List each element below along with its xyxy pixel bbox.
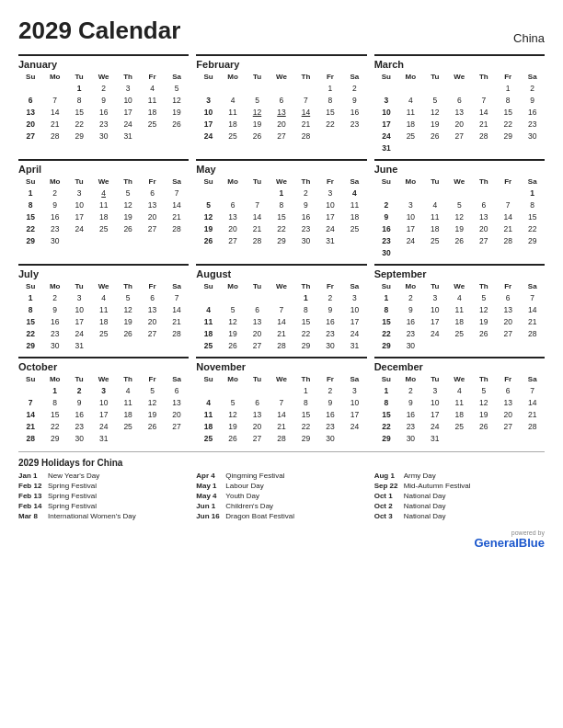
calendar-day: 27	[221, 234, 245, 246]
table-row: 31	[374, 142, 545, 154]
calendar-day: 20	[140, 210, 164, 222]
calendar-day: 3	[67, 291, 91, 303]
day-header: Mo	[221, 72, 245, 82]
day-header: Th	[472, 176, 496, 187]
calendar-day: 2	[67, 384, 91, 396]
calendar-day: 14	[472, 106, 496, 118]
calendar-day: 4	[447, 291, 471, 303]
day-header: Tu	[423, 374, 447, 384]
calendar-day: 17	[196, 118, 220, 130]
day-header: Mo	[398, 374, 422, 384]
calendar-day: 31	[67, 339, 91, 351]
calendar-day: 2	[398, 384, 422, 396]
holiday-item: May 4Youth Day	[196, 492, 366, 500]
calendar-day: 25	[447, 327, 471, 339]
calendar-day: 11	[91, 303, 115, 315]
holiday-date: Feb 12	[18, 482, 44, 490]
calendar-day: 22	[42, 420, 66, 432]
table-row: 2930	[18, 234, 189, 246]
holiday-item: Sep 22Mid-Autumn Festival	[374, 482, 545, 490]
calendar-day: 21	[270, 327, 293, 339]
calendar-day: 1	[270, 187, 293, 199]
calendar-day: 14	[245, 210, 269, 222]
calendar-day: 24	[67, 222, 91, 234]
calendar-day: 25	[91, 222, 115, 234]
month-block-february: FebruarySuMoTuWeThFrSa123456789101112131…	[196, 54, 366, 154]
calendar-day: 6	[447, 94, 471, 106]
calendar-day	[342, 130, 367, 142]
calendar-day: 15	[67, 106, 91, 118]
calendar-day: 12	[472, 396, 496, 408]
calendar-day: 25	[342, 222, 367, 234]
calendar-day: 26	[116, 222, 140, 234]
table-row: 2728293031	[18, 130, 189, 142]
table-row: 293031	[18, 339, 189, 351]
calendar-day: 8	[42, 396, 66, 408]
table-row: 11121314151617	[196, 315, 366, 327]
calendar-day: 6	[496, 384, 520, 396]
calendar-day	[245, 82, 269, 94]
calendar-day: 20	[245, 327, 269, 339]
table-row: 15161718192021	[18, 210, 189, 222]
day-header: Th	[293, 281, 317, 291]
holiday-date: Feb 14	[18, 502, 44, 510]
calendar-day: 31	[91, 432, 115, 444]
calendar-day: 30	[42, 339, 66, 351]
day-header: Sa	[342, 374, 367, 384]
day-header: Th	[472, 374, 496, 384]
calendar-day: 4	[342, 187, 367, 199]
calendar-day	[447, 187, 471, 199]
day-header: We	[91, 72, 115, 82]
calendar-day: 28	[472, 130, 496, 142]
calendar-day: 29	[67, 130, 91, 142]
calendar-day	[221, 384, 245, 396]
calendar-day: 17	[67, 315, 91, 327]
holiday-name: Dragon Boat Festival	[225, 512, 294, 520]
table-row: 25262728293031	[196, 339, 366, 351]
calendar-day: 6	[472, 199, 496, 210]
calendar-day: 30	[42, 234, 66, 246]
day-header: Tu	[67, 374, 91, 384]
holiday-column: Jan 1New Year's DayFeb 12Spring Festival…	[18, 472, 189, 522]
calendar-day: 20	[140, 315, 164, 327]
calendar-day: 3	[116, 82, 140, 94]
calendar-day: 23	[398, 327, 422, 339]
calendar-day	[447, 339, 471, 351]
table-row: 19202122232425	[196, 222, 366, 234]
calendar-day	[245, 291, 269, 303]
day-header: Su	[374, 176, 398, 187]
calendar-day: 18	[342, 210, 367, 222]
calendar-day: 17	[67, 210, 91, 222]
calendar-day: 26	[245, 130, 269, 142]
calendar-day	[374, 187, 398, 199]
calendar-day: 14	[270, 315, 293, 327]
day-header: Mo	[398, 72, 422, 82]
calendar-day: 23	[91, 118, 115, 130]
calendar-day: 1	[374, 384, 398, 396]
calendar-day: 22	[318, 118, 342, 130]
table-row: 10111213141516	[196, 106, 366, 118]
calendar-day: 22	[374, 327, 398, 339]
calendar-day	[374, 82, 398, 94]
calendar-day: 17	[318, 210, 342, 222]
calendar-day	[472, 246, 496, 258]
calendar-day: 14	[496, 210, 520, 222]
calendar-day: 23	[318, 420, 342, 432]
calendar-day: 27	[472, 234, 496, 246]
calendar-day: 19	[165, 106, 190, 118]
calendar-day: 4	[196, 396, 220, 408]
calendar-day: 24	[374, 130, 398, 142]
table-row: 123	[196, 384, 366, 396]
calendar-day: 18	[398, 118, 422, 130]
day-header: Sa	[520, 374, 545, 384]
month-name: August	[196, 268, 366, 279]
calendar-day: 11	[196, 315, 220, 327]
calendar-table: SuMoTuWeThFrSa12345678910111213141516171…	[196, 176, 366, 246]
brand-label: GeneralBlue	[474, 536, 545, 550]
calendar-day	[91, 339, 115, 351]
table-row: 22232425262728	[18, 327, 189, 339]
day-header: Fr	[140, 176, 164, 187]
calendar-day: 12	[472, 303, 496, 315]
calendar-day: 22	[293, 420, 317, 432]
calendar-day: 15	[374, 315, 398, 327]
